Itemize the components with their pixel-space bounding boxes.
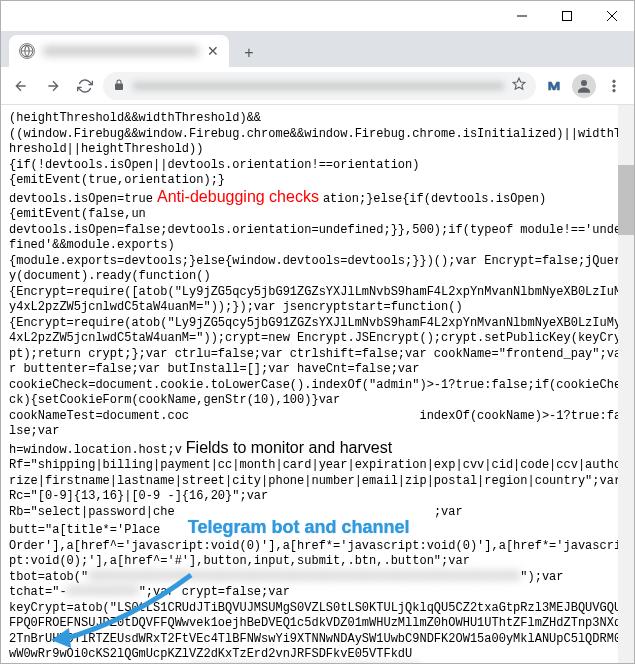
code-line: ((window.Firebug&&window.Firebug.chrome&…: [9, 127, 624, 158]
menu-kebab-icon[interactable]: [600, 72, 628, 100]
code-line: tchat="-XXXXXXXXXX";var crypt=false;var: [9, 585, 624, 601]
window-close-button[interactable]: [589, 1, 634, 31]
reload-button[interactable]: [71, 72, 99, 100]
vertical-scrollbar[interactable]: [618, 105, 634, 663]
code-line: cookieCheck=document.cookie.toLowerCase(…: [9, 378, 624, 409]
redacted-key-fragment: XXXXXXXXXXXXXXXXXXXXXXXXXXXXXXXX: [189, 663, 419, 664]
code-line: {emitEvent(false,un: [9, 207, 624, 223]
code-line: Order'],a[href^='javascript:void(0)'],a[…: [9, 539, 624, 570]
browser-tab[interactable]: ✕: [9, 35, 229, 67]
code-line: Rf="shipping|billing|payment|cc|month|ca…: [9, 458, 624, 505]
window-minimize-button[interactable]: [499, 1, 544, 31]
code-line: (heightThreshold&&widthThreshold)&&: [9, 111, 624, 127]
code-line: {if(!devtools.isOpen||devtools.orientati…: [9, 158, 624, 174]
telegram-arrow-annotation: [51, 610, 201, 663]
code-line: h=window.location.host;vFields to monito…: [9, 440, 624, 459]
back-button[interactable]: [7, 72, 35, 100]
code-line: {Encrypt=require([atob("Ly9jZG5qcy5jbG91…: [9, 285, 624, 316]
tab-strip: ✕ +: [1, 31, 634, 67]
svg-point-9: [613, 89, 616, 92]
tab-close-button[interactable]: ✕: [207, 43, 219, 59]
bookmark-star-icon[interactable]: [512, 77, 526, 95]
window-maximize-button[interactable]: [544, 1, 589, 31]
svg-point-8: [613, 84, 616, 87]
profile-avatar-button[interactable]: [572, 74, 596, 98]
svg-marker-10: [51, 628, 71, 648]
code-line: devtools.isOpen=trueAnti-debugging check…: [9, 189, 624, 208]
annotation-telegram: Telegram bot and channel: [182, 517, 416, 537]
svg-marker-5: [513, 78, 525, 89]
code-line: butt="a[title*='Place Telegram bot and c…: [9, 520, 624, 539]
forward-button[interactable]: [39, 72, 67, 100]
page-content: (heightThreshold&&widthThreshold)&& ((wi…: [1, 105, 634, 663]
scrollbar-thumb[interactable]: [618, 165, 634, 235]
code-line: cookNameTest=document.coc indexOf(cookNa…: [9, 409, 624, 440]
code-line: {module.exports=devtools;}else{window.de…: [9, 254, 624, 285]
annotation-anti-debugging: Anti-debugging checks: [153, 188, 323, 205]
globe-icon: [19, 43, 35, 59]
browser-toolbar: [1, 67, 634, 105]
svg-point-7: [613, 80, 616, 83]
code-line: tbot=atob("XXXXXXXXXXXXXXXXXXXXXXXXXXXXX…: [9, 570, 624, 586]
window-titlebar: [1, 1, 634, 31]
code-line: devtools.isOpen=false;devtools.orientati…: [9, 223, 624, 254]
redacted-bot-token: XXXXXXXXXXXXXXXXXXXXXXXXXXXXXXXXXXXXXXXX…: [88, 570, 520, 584]
new-tab-button[interactable]: +: [235, 39, 263, 67]
address-bar[interactable]: [103, 72, 536, 100]
code-line: {emitEvent(true,orientation);}: [9, 173, 624, 189]
annotation-fields-monitor: Fields to monitor and harvest: [182, 439, 396, 456]
tab-title: [43, 46, 199, 56]
redacted-chat-id: XXXXXXXXXX: [67, 585, 139, 599]
code-line: {Encrypt=require(atob("Ly9jZG5qcy5jbG91Z…: [9, 316, 624, 378]
browser-window: ✕ + (heightThreshold&&widthThreshold)&& …: [0, 0, 635, 664]
url-text: [133, 82, 504, 90]
svg-point-6: [581, 80, 587, 86]
svg-rect-1: [562, 12, 571, 21]
lock-icon: [113, 77, 125, 95]
malwarebytes-extension-icon[interactable]: [540, 72, 568, 100]
